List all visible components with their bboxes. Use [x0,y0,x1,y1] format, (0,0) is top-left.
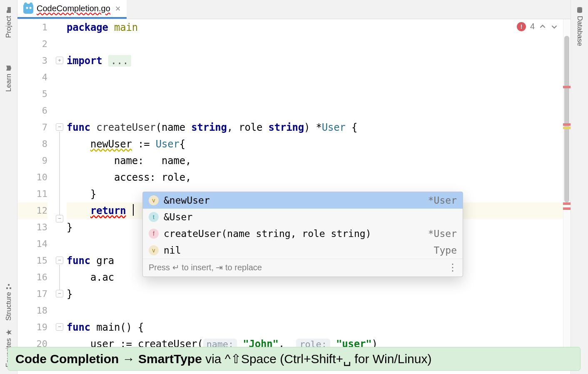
completion-item[interactable]: t&User [143,209,463,225]
svg-point-3 [577,7,582,9]
line-number: 14 [17,236,47,252]
tool-learn-label: Learn [5,74,13,92]
banner-rest: via ^⇧Space (Ctrl+Shift+␣ for Win/Linux) [202,352,432,366]
fold-column[interactable]: + − − − − − [56,19,67,374]
completion-meta: *User [428,195,457,206]
fold-collapse-icon[interactable]: − [56,257,63,264]
tool-project[interactable]: Project [5,3,13,41]
editor-scrollbar[interactable] [563,19,571,374]
completion-item[interactable]: v&newUser*User [143,192,463,209]
line-number: 19 [17,319,47,336]
type: string [191,122,227,133]
line-number: 18 [17,302,47,319]
tool-structure[interactable]: Structure [5,279,13,324]
error-stripe[interactable] [563,207,571,210]
code-text: { [179,138,185,150]
type: User [322,122,346,133]
line-number: 17 [17,286,47,302]
go-file-icon [23,4,33,14]
completion-kind-icon: f [149,229,159,239]
database-icon [576,7,583,13]
close-icon[interactable]: × [115,3,121,14]
right-tool-strip: Database [571,0,588,374]
completion-kind-icon: v [149,195,159,205]
tool-project-label: Project [5,16,13,38]
fold-end-icon[interactable]: − [56,290,63,297]
line-gutter[interactable]: 1 2 3 4 5 6 7 8 9 10 11 12 13 14 15 16 1… [17,19,56,374]
text-caret [133,204,134,216]
main-column: CodeCompletion.go × ! 4 1 2 3 4 5 6 7 8 … [17,0,571,374]
completion-kind-icon: t [149,212,159,222]
folder-icon [5,7,12,13]
completion-label: createUser(name string, role string) [164,228,423,239]
completion-label: &User [164,212,452,222]
scroll-thumb[interactable] [564,36,569,202]
svg-rect-1 [10,287,11,289]
fold-end-icon[interactable]: − [56,215,63,222]
svg-rect-2 [8,284,10,286]
error-icon: ! [517,22,526,31]
error-stripe[interactable] [563,123,571,126]
line-number: 5 [17,86,47,102]
banner-action-2: SmartType [138,352,202,366]
tool-learn[interactable]: Learn [5,61,13,95]
line-number: 8 [17,136,47,152]
line-number: 11 [17,186,47,202]
line-number: 6 [17,102,47,119]
tool-structure-label: Structure [5,292,13,321]
fold-collapse-icon[interactable]: − [56,323,63,331]
type: User [156,138,179,150]
book-icon [5,65,12,71]
chevron-down-icon[interactable] [551,23,558,30]
inspection-widget[interactable]: ! 4 [517,22,558,31]
line-number: 13 [17,219,47,236]
package-name: main [114,22,138,33]
chevron-up-icon[interactable] [539,23,546,30]
code-text: := [132,138,156,150]
code-text: { [346,122,358,133]
keyword: package [67,22,108,33]
fold-line [59,132,60,215]
folded-import[interactable]: ... [108,55,131,67]
type: string [269,122,304,133]
completion-label: &newUser [164,195,423,206]
fold-collapse-icon[interactable]: − [56,123,63,131]
more-icon[interactable]: ⋮ [448,262,457,273]
var-name: newUser [90,138,132,150]
code-line: } [67,286,571,302]
code-line: name: name, [67,152,571,169]
line-number: 4 [17,69,47,86]
editor-tab[interactable]: CodeCompletion.go × [17,0,127,19]
code-text: ) * [304,122,322,133]
editor-tab-bar: CodeCompletion.go × [17,0,571,19]
tool-database-label: Database [576,16,584,46]
popup-hint: Press ↵ to insert, ⇥ to replace [149,262,262,272]
code-text: (name [156,122,192,133]
line-number: 12 [17,202,47,219]
line-number: 1 [17,19,47,36]
tool-database[interactable]: Database [576,3,584,50]
structure-icon [5,283,12,289]
code-line: access: role, [67,169,571,186]
keyword: func [67,255,90,267]
left-tool-strip: Project Learn Structure Favorites [0,0,17,374]
error-stripe[interactable] [563,86,571,88]
completion-item[interactable]: vnilType [143,242,463,259]
error-stripe[interactable] [563,202,571,205]
line-number: 15 [17,252,47,269]
code-text: , role [227,122,269,133]
warning-stripe[interactable] [563,127,571,129]
tip-banner: Code Completion → SmartType via ^⇧Space … [7,347,581,371]
completion-popup[interactable]: v&newUser*Usert&UserfcreateUser(name str… [142,192,463,277]
completion-kind-icon: v [149,245,159,255]
code-text: gra [90,255,114,267]
completion-item[interactable]: fcreateUser(name string, role string)*Us… [143,225,463,242]
completion-meta: *User [428,228,457,239]
completion-meta: Type [434,245,457,256]
fold-expand-icon[interactable]: + [56,57,63,64]
editor[interactable]: ! 4 1 2 3 4 5 6 7 8 9 10 11 12 13 14 15 … [17,19,571,374]
code-text: main() { [90,322,144,333]
keyword: func [67,322,90,333]
line-number: 10 [17,169,47,186]
func-name: createUser [96,122,156,133]
